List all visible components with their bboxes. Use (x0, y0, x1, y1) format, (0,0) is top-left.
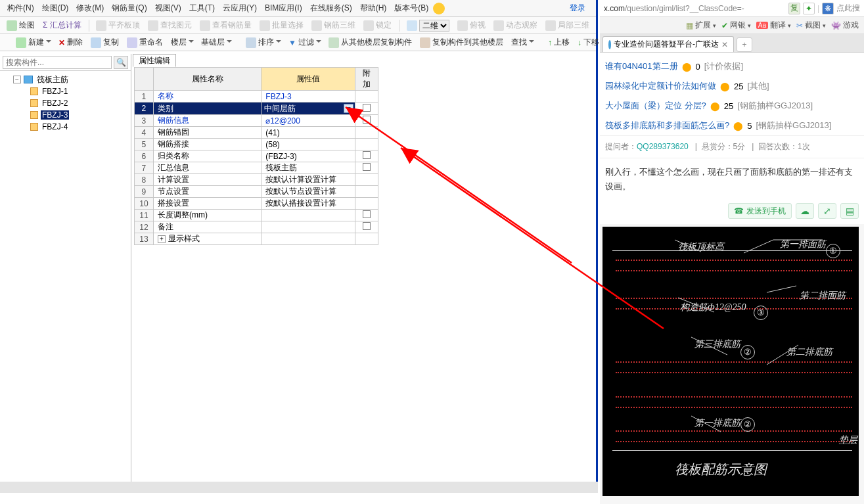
checkbox[interactable] (363, 116, 371, 124)
prop-add[interactable] (355, 221, 378, 233)
prop-value[interactable]: 按默认搭接设置计算 (261, 198, 355, 210)
tb-rename[interactable]: 重命名 (124, 35, 166, 49)
prop-value-selected[interactable]: 中间层筋 (261, 103, 355, 114)
prop-row[interactable]: 7汇总信息筏板主筋 (135, 162, 378, 174)
prop-value[interactable]: 按默认计算设置计算 (261, 174, 355, 186)
menu-view[interactable]: 视图(V) (152, 1, 185, 15)
bt-game[interactable]: 👾游戏 (831, 20, 859, 31)
menu-modify[interactable]: 修改(M) (73, 1, 107, 15)
prop-value[interactable]: 筏板主筋 (261, 162, 355, 174)
qa-link[interactable]: 大小屋面（梁）定位 分层? (605, 100, 706, 112)
prop-add[interactable] (355, 127, 378, 139)
prop-row[interactable]: 13+显示样式 (135, 233, 378, 245)
qa-link[interactable]: 筏板多排底筋和多排面筋怎么画? (605, 120, 729, 131)
prop-value[interactable]: (FBZJ-3) (261, 150, 355, 162)
menu-component[interactable]: 构件(N) (4, 1, 37, 15)
prop-add[interactable] (355, 162, 378, 174)
prop-value[interactable] (261, 233, 355, 245)
tb-search[interactable]: 查找 (509, 35, 536, 49)
prop-add[interactable] (355, 198, 378, 210)
prop-value[interactable] (261, 210, 355, 221)
bt-trans[interactable]: Aa翻译▾ (756, 20, 791, 31)
prop-add[interactable] (355, 174, 378, 186)
prop-value[interactable]: (58) (261, 139, 355, 150)
prop-add[interactable] (355, 150, 378, 162)
menu-tools[interactable]: 工具(T) (186, 1, 218, 15)
url-btn-go[interactable]: ✦ (803, 3, 815, 14)
collapse-icon[interactable]: − (13, 76, 21, 83)
login-link[interactable]: 登录 (570, 3, 585, 14)
prop-row[interactable]: 11长度调整(mm) (135, 210, 378, 221)
tb-filter[interactable]: ▼过滤 (286, 35, 323, 49)
cloud-icon[interactable]: ☁ (796, 203, 814, 219)
browser-tab[interactable]: 专业造价问题答疑平台-广联达 ✕ (603, 36, 734, 52)
prop-row[interactable]: 8计算设置按默认计算设置计算 (135, 174, 378, 186)
tb-floor[interactable]: 楼层 (168, 35, 196, 49)
checkbox[interactable] (363, 210, 371, 218)
prop-add[interactable] (355, 115, 378, 127)
tb-basefloor[interactable]: 基础层 (198, 35, 234, 49)
prop-value[interactable]: FBZJ-3 (261, 91, 355, 103)
tree-item[interactable]: FBZJ-2 (0, 97, 131, 109)
tb-2d-dropdown[interactable]: 二维 (404, 18, 452, 33)
tb-copy[interactable]: 复制 (88, 35, 122, 49)
send-to-phone[interactable]: ☎发送到手机 (728, 203, 792, 219)
menu-bim[interactable]: BIM应用(I) (261, 1, 306, 15)
search-button[interactable]: 🔍 (114, 56, 128, 69)
smiley-icon[interactable] (433, 3, 445, 14)
menu-rebar[interactable]: 钢筋量(Q) (108, 1, 150, 15)
checkbox[interactable] (363, 222, 371, 230)
asker-name[interactable]: QQ289373620 (637, 142, 689, 151)
view-mode-select[interactable]: 二维 (419, 20, 449, 32)
bt-ext[interactable]: ▦扩展▾ (686, 20, 716, 31)
prop-add[interactable] (355, 103, 378, 115)
tb-summary[interactable]: Σ 汇总计算 (40, 18, 84, 32)
new-tab-button[interactable]: + (737, 37, 752, 52)
prop-row[interactable]: 9节点设置按默认节点设置计算 (135, 186, 378, 198)
prop-row[interactable]: 1名称FBZJ-3 (135, 91, 378, 103)
tb-new[interactable]: 新建 (13, 35, 53, 49)
search-input[interactable] (3, 56, 112, 69)
expand-icon[interactable]: ⤢ (818, 203, 836, 219)
bt-cap[interactable]: ✂截图▾ (796, 20, 826, 31)
qa-link[interactable]: 谁有04N401第二册 (605, 60, 678, 72)
prop-row[interactable]: 6归类名称(FBZJ-3) (135, 150, 378, 162)
menu-version[interactable]: 版本号(B) (391, 1, 432, 15)
prop-row[interactable]: 3钢筋信息⌀12@200 (135, 115, 378, 127)
prop-row[interactable]: 4钢筋锚固(41) (135, 127, 378, 139)
prop-value[interactable]: 中间层筋 (261, 103, 355, 115)
tb-copy-from[interactable]: 从其他楼层复制构件 (326, 35, 415, 49)
prop-row[interactable]: 10搭接设置按默认搭接设置计算 (135, 198, 378, 210)
tb-copy-to[interactable]: 复制构件到其他楼层 (417, 35, 506, 49)
menu-help[interactable]: 帮助(H) (357, 1, 390, 15)
prop-value[interactable]: (41) (261, 127, 355, 139)
tree-item[interactable]: FBZJ-1 (0, 85, 131, 97)
prop-value[interactable]: ⌀12@200 (261, 115, 355, 127)
expand-icon[interactable]: + (158, 235, 166, 243)
prop-add[interactable] (355, 91, 378, 103)
prop-add[interactable] (355, 233, 378, 245)
prop-row[interactable]: 2类别中间层筋 (135, 103, 378, 115)
tb-move-down[interactable]: ↓下移 (575, 35, 602, 49)
prop-value[interactable] (261, 221, 355, 233)
url-btn-paw[interactable]: ❋ (822, 3, 834, 14)
tb-sort[interactable]: 排序 (243, 35, 283, 49)
properties-tab[interactable]: 属性编辑 (133, 54, 176, 67)
tb-delete[interactable]: ✕删除 (56, 35, 85, 49)
tb-draw[interactable]: 绘图 (4, 18, 37, 32)
menu-cloud[interactable]: 云应用(Y) (219, 1, 260, 15)
url-bar[interactable]: x.com/question/giml/list?__ClassCode=- 复… (600, 0, 864, 17)
checkbox[interactable] (363, 151, 371, 159)
prop-row[interactable]: 5钢筋搭接(58) (135, 139, 378, 150)
prop-value[interactable]: 按默认节点设置计算 (261, 186, 355, 198)
tree-item[interactable]: FBZJ-4 (0, 121, 131, 133)
menu-draw[interactable]: 绘图(D) (39, 1, 72, 15)
checkbox[interactable] (363, 104, 371, 112)
bt-bank[interactable]: ✔网银▾ (721, 20, 751, 31)
dropdown-arrow-icon[interactable] (344, 104, 353, 113)
prop-row[interactable]: 12备注 (135, 221, 378, 233)
qa-link[interactable]: 园林绿化中定额计价法如何做 (605, 80, 716, 92)
tb-move-up[interactable]: ↑上移 (545, 35, 572, 49)
prop-add[interactable] (355, 210, 378, 221)
checkbox[interactable] (363, 163, 371, 171)
